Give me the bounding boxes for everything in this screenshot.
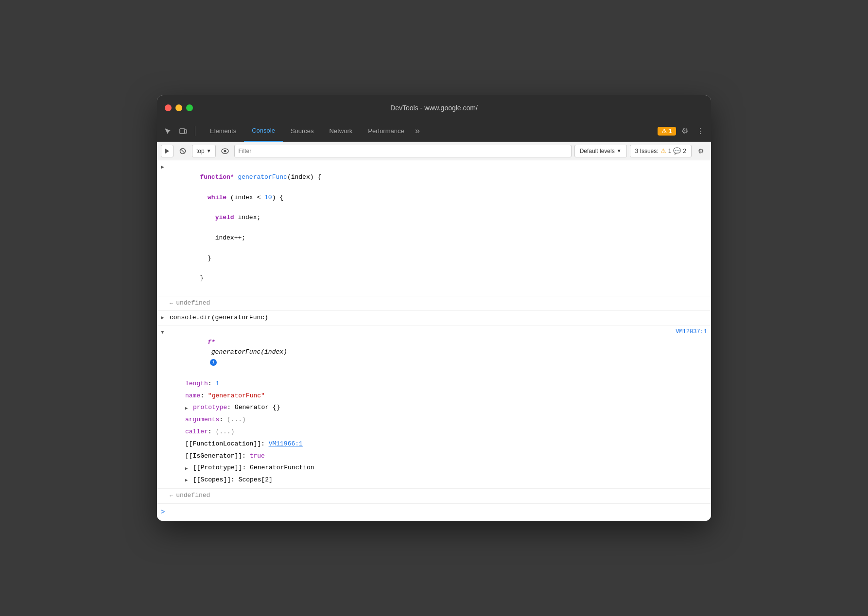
default-levels-button[interactable]: Default levels ▼: [574, 145, 627, 157]
prop-funcloc-value[interactable]: VM11966:1: [269, 439, 303, 449]
prop-name-value: "generatorFunc": [208, 391, 265, 401]
return-arrow: ←: [170, 299, 173, 308]
issues-info-icon: 💬: [673, 147, 681, 154]
traffic-lights: [165, 104, 193, 111]
chevron-down-icon: ▼: [207, 148, 211, 154]
console-input[interactable]: [168, 509, 707, 516]
titlebar: DevTools - www.google.com/: [157, 95, 711, 120]
window-title: DevTools - www.google.com/: [390, 104, 478, 112]
scopes-expand[interactable]: [185, 477, 191, 484]
console-entry-object: f* generatorFunc(index) i VM12037:1 leng…: [157, 325, 711, 489]
tabs-group: Elements Console Sources Network Perform…: [202, 120, 658, 142]
prop-length-value: 1: [215, 379, 219, 389]
inspect-element-button[interactable]: [161, 124, 174, 138]
vm-link-1[interactable]: VM12037:1: [676, 327, 707, 337]
prop-arguments-key: arguments: [185, 415, 219, 425]
prop-name-key: name: [185, 391, 200, 401]
return-value-2: undefined: [176, 491, 707, 501]
object-properties: length : 1 name : "generatorFunc" protot…: [161, 378, 314, 486]
prop-caller-key: caller: [185, 427, 208, 437]
close-button[interactable]: [165, 104, 172, 111]
more-options-button[interactable]: ⋮: [694, 124, 707, 138]
warn-icon: ⚠: [661, 128, 667, 135]
tab-divider: [195, 126, 195, 136]
svg-rect-1: [185, 130, 187, 133]
chevron-down-icon: ▼: [617, 148, 622, 154]
return-value-1: undefined: [176, 298, 707, 308]
gear-icon: ⚙: [698, 147, 704, 155]
return-arrow-2: ←: [170, 492, 173, 501]
console-settings-button[interactable]: ⚙: [694, 145, 707, 157]
device-toolbar-button[interactable]: [176, 124, 190, 138]
console-entry-code: function* generatorFunc(index) { while (…: [157, 160, 711, 296]
prototype-expand[interactable]: [185, 405, 191, 412]
prop-prototype-key: prototype: [193, 403, 227, 413]
devtools-window: DevTools - www.google.com/ Elements: [157, 95, 711, 520]
prop-caller-value: (...): [215, 427, 234, 437]
console-entry-input: console.dir(generatorFunc): [157, 311, 711, 325]
svg-marker-2: [165, 149, 169, 154]
issues-warn-icon: ⚠: [660, 147, 666, 154]
block-button[interactable]: [176, 145, 189, 157]
tab-console[interactable]: Console: [244, 120, 283, 142]
code-block: function* generatorFunc(index) { while (…: [170, 162, 707, 293]
tab-sources[interactable]: Sources: [283, 120, 322, 142]
console-prompt: >: [161, 507, 165, 517]
tab-icon-group: [161, 124, 198, 138]
console-entry-return-1: ← undefined: [157, 296, 711, 311]
prop-isgenerator-key: [[IsGenerator]]: [185, 451, 242, 462]
info-badge[interactable]: i: [210, 359, 217, 366]
run-button[interactable]: [161, 145, 174, 157]
eye-button[interactable]: [219, 145, 231, 157]
issues-badge-button[interactable]: ⚠ 1: [658, 127, 676, 136]
context-label: top: [196, 148, 205, 154]
more-tabs-button[interactable]: »: [412, 126, 423, 136]
prop-prototype2-value: GeneratorFunction: [250, 463, 314, 473]
prop-isgenerator-value: true: [250, 451, 265, 462]
prop-arguments-value: (...): [227, 415, 246, 425]
prop-length-key: length: [185, 379, 208, 389]
expand-arrow-3[interactable]: [161, 328, 167, 337]
expand-arrow[interactable]: [161, 163, 167, 172]
console-area: function* generatorFunc(index) { while (…: [157, 160, 711, 520]
console-input-row: >: [157, 503, 711, 520]
prototype2-expand[interactable]: [185, 465, 191, 472]
tabs-bar: Elements Console Sources Network Perform…: [157, 120, 711, 142]
gear-icon: ⚙: [681, 126, 688, 136]
prop-scopes-key: [[Scopes]]: [193, 475, 231, 485]
console-entry-return-2: ← undefined: [157, 489, 711, 503]
context-selector[interactable]: top ▼: [192, 145, 216, 157]
filter-input[interactable]: [234, 145, 572, 157]
minimize-button[interactable]: [175, 104, 182, 111]
tabs-right-actions: ⚠ 1 ⚙ ⋮: [658, 124, 707, 138]
ellipsis-icon: ⋮: [696, 126, 704, 136]
prop-scopes-value: Scopes[2]: [239, 475, 273, 485]
prop-prototype-value: Generator {}: [235, 403, 280, 413]
svg-rect-0: [180, 129, 185, 134]
svg-point-6: [224, 150, 226, 152]
issues-count-button[interactable]: 3 Issues: ⚠ 1 💬 2: [630, 145, 692, 157]
console-toolbar: top ▼ Default levels ▼ 3 Issues: ⚠ 1 💬 2…: [157, 142, 711, 160]
tab-elements[interactable]: Elements: [202, 120, 244, 142]
prop-funcloc-key: [[FunctionLocation]]: [185, 439, 261, 449]
object-header: f* generatorFunc(index) i: [170, 327, 676, 378]
tab-network[interactable]: Network: [322, 120, 361, 142]
svg-line-4: [181, 149, 185, 153]
console-input-code: console.dir(generatorFunc): [170, 313, 707, 323]
prop-prototype2-key: [[Prototype]]: [193, 463, 242, 473]
settings-button[interactable]: ⚙: [678, 124, 692, 138]
maximize-button[interactable]: [186, 104, 193, 111]
tab-performance[interactable]: Performance: [360, 120, 412, 142]
expand-arrow-2[interactable]: [161, 314, 167, 323]
